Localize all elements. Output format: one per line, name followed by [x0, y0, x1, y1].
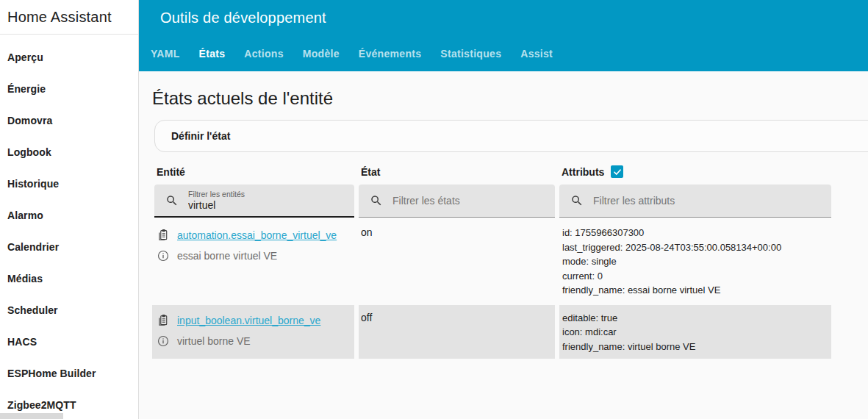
column-header-entity: Entité	[154, 165, 354, 185]
sidebar-item-calendrier[interactable]: Calendrier	[0, 231, 138, 262]
sidebar-item-alarmo[interactable]: Alarmo	[0, 199, 138, 231]
copy-to-clipboard-icon[interactable]	[157, 314, 170, 327]
app-header: Outils de développement YAML États Actio…	[139, 0, 868, 71]
page-title: Outils de développement	[139, 0, 868, 35]
sidebar-item-domovra[interactable]: Domovra	[0, 104, 138, 136]
table-header-row: Entité État Attributs	[154, 165, 831, 185]
tab-assist[interactable]: Assist	[511, 48, 562, 60]
entity-friendly-name: essai borne virtuel VE	[177, 250, 277, 262]
attributes-filter-input[interactable]	[593, 195, 733, 207]
sidebar-item-logbook[interactable]: Logbook	[0, 136, 138, 168]
sidebar-nav: Aperçu Énergie Domovra Logbook Historiqu…	[0, 35, 138, 419]
entity-filter-field[interactable]: Filtrer les entités	[154, 185, 354, 218]
attribute-line: mode: single	[562, 254, 831, 269]
main-content: États actuels de l'entité Définir l'état…	[139, 71, 868, 419]
state-filter-input[interactable]	[392, 195, 532, 207]
state-cell: off	[359, 305, 555, 359]
tab-statistiques[interactable]: Statistiques	[431, 48, 511, 60]
info-icon[interactable]	[157, 249, 170, 262]
sidebar-item-scheduler[interactable]: Scheduler	[0, 294, 138, 326]
entity-friendly-name: virtuel borne VE	[177, 335, 251, 347]
sidebar-item-apercu[interactable]: Aperçu	[0, 41, 138, 73]
entity-cell: automation.essai_borne_virtuel_ve essai …	[154, 220, 354, 303]
table-filter-row: Filtrer les entités	[154, 185, 831, 218]
state-cell: on	[359, 220, 555, 303]
sidebar-scrollbar[interactable]	[0, 413, 63, 419]
set-state-expander[interactable]: Définir l'état	[154, 120, 868, 152]
tab-etats[interactable]: États	[190, 48, 235, 60]
search-icon	[370, 194, 383, 207]
attribute-line: friendly_name: virtuel borne VE	[562, 340, 831, 354]
checkmark-icon	[613, 168, 622, 176]
attributes-cell: id: 1755966307300 last_triggered: 2025-0…	[559, 220, 831, 303]
attribute-line: icon: mdi:car	[562, 325, 831, 340]
sidebar: Home Assistant Aperçu Énergie Domovra Lo…	[0, 0, 139, 419]
attribute-line: last_triggered: 2025-08-24T03:55:00.0581…	[562, 240, 831, 255]
attributes-cell: editable: true icon: mdi:car friendly_na…	[559, 305, 831, 359]
column-header-state: État	[359, 165, 555, 185]
attribute-line: id: 1755966307300	[562, 226, 831, 240]
sidebar-item-medias[interactable]: Médias	[0, 262, 138, 294]
app-logo-title: Home Assistant	[0, 0, 138, 35]
sidebar-item-hacs[interactable]: HACS	[0, 326, 138, 357]
info-icon[interactable]	[157, 334, 170, 348]
entity-filter-input[interactable]	[188, 199, 328, 212]
attribute-line: friendly_name: essai borne virtuel VE	[562, 283, 831, 298]
tab-evenements[interactable]: Événements	[349, 48, 431, 60]
sidebar-item-esphome-builder[interactable]: ESPHome Builder	[0, 357, 138, 389]
attribute-line: editable: true	[562, 311, 831, 326]
search-icon	[570, 194, 584, 207]
tab-actions[interactable]: Actions	[234, 48, 293, 60]
entity-cell: input_boolean.virtuel_borne_ve virtuel b…	[152, 305, 354, 359]
search-icon	[165, 194, 179, 207]
attributes-filter-field[interactable]	[559, 185, 831, 218]
sidebar-item-historique[interactable]: Historique	[0, 168, 138, 199]
sidebar-item-energie[interactable]: Énergie	[0, 73, 138, 104]
entity-filter-label: Filtrer les entités	[188, 190, 328, 199]
tab-modele[interactable]: Modèle	[293, 48, 349, 60]
set-state-label: Définir l'état	[171, 130, 230, 142]
table-row: automation.essai_borne_virtuel_ve essai …	[154, 220, 831, 303]
attribute-line: current: 0	[562, 269, 831, 284]
section-heading: États actuels de l'entité	[152, 88, 868, 109]
table-row: input_boolean.virtuel_borne_ve virtuel b…	[154, 305, 831, 359]
state-filter-field[interactable]	[359, 185, 555, 218]
entity-id-link[interactable]: input_boolean.virtuel_borne_ve	[177, 315, 320, 326]
copy-to-clipboard-icon[interactable]	[157, 229, 170, 242]
column-header-attributes: Attributs	[559, 165, 831, 185]
tab-yaml[interactable]: YAML	[141, 48, 190, 60]
entity-id-link[interactable]: automation.essai_borne_virtuel_ve	[177, 229, 337, 241]
states-table: Entité État Attributs Filtrer les entité…	[154, 165, 831, 359]
attributes-checkbox[interactable]	[611, 165, 623, 178]
tab-bar: YAML États Actions Modèle Événements Sta…	[139, 35, 868, 71]
